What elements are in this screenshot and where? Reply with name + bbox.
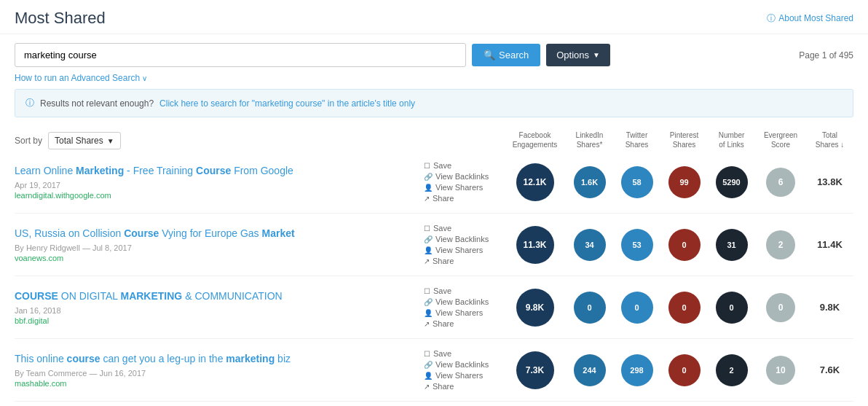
metric-twitter: 53 xyxy=(613,229,660,261)
metric-evergreen: 2 xyxy=(755,230,806,259)
result-title[interactable]: This online course can get you a leg-up … xyxy=(15,352,417,367)
notice-link[interactable]: Click here to search for "marketing cour… xyxy=(159,98,415,109)
notice-icon: ⓘ xyxy=(25,97,34,109)
chevron-down-icon-adv: ∨ xyxy=(142,74,147,82)
result-metrics: 7.3K24429802107.6K xyxy=(504,351,853,389)
metric-facebook: 9.8K xyxy=(504,289,566,327)
top-bar: Most Shared ⓘ About Most Shared xyxy=(0,0,868,34)
metric-linkedin: 34 xyxy=(566,229,613,261)
action-share[interactable]: ↗ Share xyxy=(424,257,497,265)
column-headers: FacebookEngagements LinkedInShares* Twit… xyxy=(504,130,853,149)
sort-select[interactable]: Total Shares ▼ xyxy=(48,132,121,149)
action-share[interactable]: ↗ Share xyxy=(424,382,497,391)
sort-label: Sort by xyxy=(15,136,42,146)
metric-linkedin: 244 xyxy=(566,354,613,386)
metric-linkedin: 1.6K xyxy=(566,166,613,198)
col-header-pinterest: PinterestShares xyxy=(660,130,708,149)
result-content: This online course can get you a leg-up … xyxy=(15,352,417,388)
result-row: COURSE ON DIGITAL MARKETING & COMMUNICAT… xyxy=(15,276,853,339)
result-metrics: 12.1K1.6K58995290613.8K xyxy=(504,163,853,201)
search-input[interactable] xyxy=(15,43,466,67)
options-button[interactable]: Options ▼ xyxy=(546,44,610,66)
metric-links: 0 xyxy=(708,292,755,324)
metric-facebook: 11.3K xyxy=(504,226,566,264)
metric-links: 5290 xyxy=(708,166,755,198)
action-view-sharers[interactable]: 👤 View Sharers xyxy=(424,308,497,317)
metric-total: 7.6K xyxy=(806,364,853,375)
metric-facebook: 12.1K xyxy=(504,163,566,201)
result-domain[interactable]: learndigital.withgoogle.com xyxy=(15,191,417,200)
metric-twitter: 58 xyxy=(613,166,660,198)
col-header-linkedin: LinkedInShares* xyxy=(566,130,613,149)
result-row: US, Russia on Collision Course Vying for… xyxy=(15,214,853,276)
metric-links: 2 xyxy=(708,354,755,386)
search-button[interactable]: 🔍 Search xyxy=(472,44,540,66)
action-view-sharers[interactable]: 👤 View Sharers xyxy=(424,246,497,254)
result-meta: Jan 16, 2018 xyxy=(15,306,417,315)
metric-evergreen: 10 xyxy=(755,356,806,385)
search-bar: 🔍 Search Options ▼ Page 1 of 495 xyxy=(0,34,868,70)
action-view-backlinks[interactable]: 🔗 View Backlinks xyxy=(424,235,497,243)
notice-bar: ⓘ Results not relevant enough? Click her… xyxy=(15,89,853,117)
search-icon: 🔍 xyxy=(484,50,495,60)
action-save[interactable]: ☐ Save xyxy=(424,161,497,170)
metric-pinterest: 0 xyxy=(660,354,708,386)
result-domain[interactable]: voanews.com xyxy=(15,254,417,262)
action-save[interactable]: ☐ Save xyxy=(424,349,497,358)
col-header-twitter: TwitterShares xyxy=(613,130,660,149)
metric-total: 13.8K xyxy=(806,176,853,187)
action-view-sharers[interactable]: 👤 View Sharers xyxy=(424,183,497,192)
results-list: Learn Online Marketing - Free Training C… xyxy=(0,151,868,402)
result-title[interactable]: COURSE ON DIGITAL MARKETING & COMMUNICAT… xyxy=(15,289,417,304)
result-actions: ☐ Save🔗 View Backlinks👤 View Sharers↗ Sh… xyxy=(424,161,497,203)
action-save[interactable]: ☐ Save xyxy=(424,224,497,233)
action-view-backlinks[interactable]: 🔗 View Backlinks xyxy=(424,172,497,181)
page-title: Most Shared xyxy=(15,9,106,28)
result-metrics: 11.3K3453031211.4K xyxy=(504,226,853,264)
result-title[interactable]: Learn Online Marketing - Free Training C… xyxy=(15,164,417,179)
metric-total: 9.8K xyxy=(806,302,853,313)
metric-pinterest: 0 xyxy=(660,292,708,324)
metric-evergreen: 0 xyxy=(755,293,806,322)
result-actions: ☐ Save🔗 View Backlinks👤 View Sharers↗ Sh… xyxy=(424,349,497,391)
col-header-evergreen: EvergreenScore xyxy=(755,130,806,149)
metric-linkedin: 0 xyxy=(566,292,613,324)
metric-twitter: 298 xyxy=(613,354,660,386)
metric-links: 31 xyxy=(708,229,755,261)
action-view-backlinks[interactable]: 🔗 View Backlinks xyxy=(424,360,497,369)
action-share[interactable]: ↗ Share xyxy=(424,319,497,328)
result-actions: ☐ Save🔗 View Backlinks👤 View Sharers↗ Sh… xyxy=(424,286,497,328)
result-content: Learn Online Marketing - Free Training C… xyxy=(15,164,417,200)
col-header-facebook: FacebookEngagements xyxy=(504,130,566,149)
result-metrics: 9.8K000009.8K xyxy=(504,289,853,327)
result-row: This online course can get you a leg-up … xyxy=(15,339,853,402)
metric-twitter: 0 xyxy=(613,292,660,324)
metric-pinterest: 99 xyxy=(660,166,708,198)
result-meta: By Henry Ridgwell — Jul 8, 2017 xyxy=(15,243,417,252)
result-domain[interactable]: bbf.digital xyxy=(15,316,417,325)
chevron-down-icon: ▼ xyxy=(593,51,600,59)
action-view-backlinks[interactable]: 🔗 View Backlinks xyxy=(424,297,497,306)
chevron-down-icon-sort: ▼ xyxy=(107,137,114,145)
action-save[interactable]: ☐ Save xyxy=(424,286,497,295)
result-domain[interactable]: mashable.com xyxy=(15,379,417,388)
action-view-sharers[interactable]: 👤 View Sharers xyxy=(424,371,497,380)
notice-text: Results not relevant enough? xyxy=(40,98,154,109)
advanced-search-link[interactable]: How to run an Advanced Search ∨ xyxy=(0,70,868,89)
col-header-links: Numberof Links xyxy=(708,130,755,149)
result-meta: Apr 19, 2017 xyxy=(15,181,417,190)
result-title[interactable]: US, Russia on Collision Course Vying for… xyxy=(15,227,417,241)
result-content: US, Russia on Collision Course Vying for… xyxy=(15,227,417,262)
metric-pinterest: 0 xyxy=(660,229,708,261)
page-info: Page 1 of 495 xyxy=(799,50,853,60)
result-row: Learn Online Marketing - Free Training C… xyxy=(15,151,853,214)
metric-facebook: 7.3K xyxy=(504,351,566,389)
about-link[interactable]: ⓘ About Most Shared xyxy=(767,12,853,25)
action-share[interactable]: ↗ Share xyxy=(424,194,497,203)
result-meta: By Team Commerce — Jun 16, 2017 xyxy=(15,369,417,378)
result-content: COURSE ON DIGITAL MARKETING & COMMUNICAT… xyxy=(15,289,417,325)
metric-total: 11.4K xyxy=(806,239,853,250)
info-icon: ⓘ xyxy=(767,12,776,25)
metric-evergreen: 6 xyxy=(755,168,806,197)
col-header-total: TotalShares ↓ xyxy=(806,130,853,149)
